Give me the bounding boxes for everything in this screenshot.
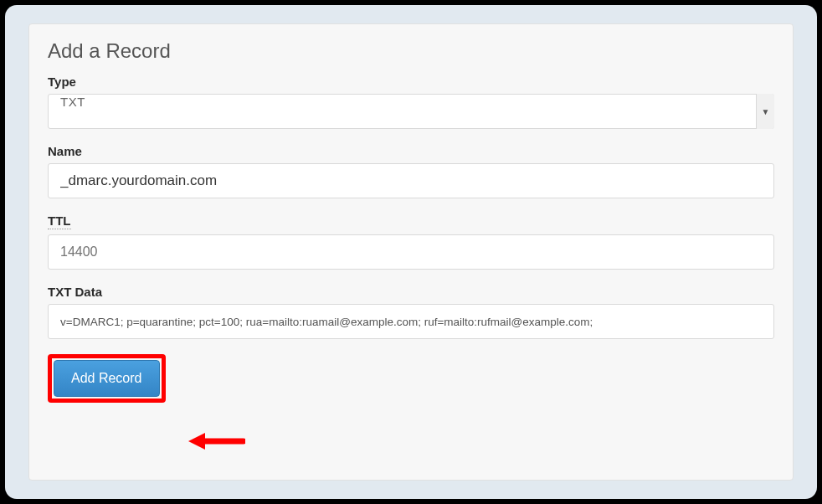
field-txtdata: TXT Data	[48, 285, 774, 339]
type-select[interactable]: TXT ▼	[48, 94, 774, 129]
highlight-box: Add Record	[48, 354, 166, 403]
ttl-label: TTL	[48, 213, 774, 229]
svg-marker-1	[188, 433, 205, 450]
type-label: Type	[48, 75, 774, 89]
txtdata-label: TXT Data	[48, 285, 774, 299]
field-ttl: TTL	[48, 213, 774, 270]
arrow-icon	[188, 431, 245, 451]
name-label: Name	[48, 144, 774, 158]
field-type: Type TXT ▼	[48, 75, 774, 129]
panel-title: Add a Record	[48, 39, 774, 63]
type-select-value: TXT	[48, 94, 774, 129]
add-record-button[interactable]: Add Record	[54, 360, 160, 397]
field-name: Name	[48, 144, 774, 198]
name-input[interactable]	[48, 163, 774, 198]
add-record-panel: Add a Record Type TXT ▼ Name TTL TXT Dat…	[28, 23, 794, 481]
txtdata-input[interactable]	[48, 304, 774, 339]
ttl-input[interactable]	[48, 234, 774, 270]
page-background: Add a Record Type TXT ▼ Name TTL TXT Dat…	[5, 5, 817, 499]
